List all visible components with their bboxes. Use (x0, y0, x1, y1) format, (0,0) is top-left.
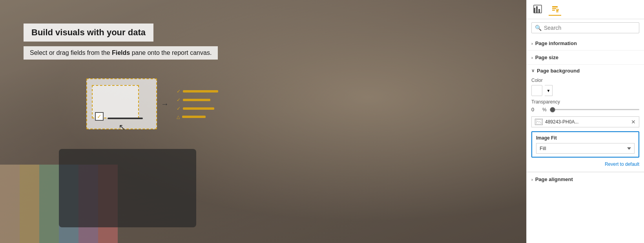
search-icon: 🔍 (535, 25, 542, 31)
subtitle-box: Select or drag fields from the Fields pa… (24, 46, 218, 60)
section-page-alignment-label: Page alignment (535, 176, 573, 182)
tab-visualizations[interactable] (531, 3, 544, 16)
image-fit-section: Image Fit Fill Fit Actual Size Tile (531, 131, 639, 158)
image-filename: 489243-PH0A... (545, 119, 629, 125)
canvas-content: Build visuals with your data Select or d… (24, 24, 218, 60)
illus-bar-1 (183, 90, 218, 92)
color-dropdown-button[interactable]: ▼ (545, 85, 553, 96)
illus-left-card: ✓ ↖ (86, 78, 157, 129)
illus-bar-4 (182, 116, 206, 118)
cursor-icon: ↖ (119, 122, 126, 132)
illus-right-list: ✓ ✓ ✓ △ (173, 78, 224, 129)
color-swatch[interactable] (531, 85, 542, 96)
section-page-information[interactable]: › Page information (527, 36, 644, 51)
revert-link[interactable]: Revert to default (531, 161, 639, 167)
tab-format[interactable] (549, 3, 561, 16)
slider-thumb[interactable] (550, 107, 555, 112)
illus-row-2: ✓ (177, 97, 220, 103)
section-page-information-label: Page information (535, 40, 577, 46)
image-fit-select[interactable]: Fill Fit Actual Size Tile (536, 143, 635, 154)
search-input[interactable] (544, 25, 636, 31)
svg-rect-2 (538, 9, 540, 13)
subtitle-text: Select or drag fields from the Fields pa… (30, 49, 212, 56)
color-picker-row: ▼ (531, 85, 639, 96)
transparency-slider[interactable] (550, 109, 639, 110)
headline-box: Build visuals with your data (24, 24, 153, 42)
illus-row-3: ✓ (177, 106, 220, 111)
chevron-right-icon: › (531, 41, 533, 46)
illustration: ✓ ↖ → ✓ ✓ ✓ △ (86, 78, 224, 129)
svg-rect-1 (536, 6, 538, 13)
color-label: Color (531, 78, 639, 83)
image-file-icon (535, 119, 543, 125)
chevron-down-icon: ∨ (531, 68, 535, 73)
illus-bar-3 (183, 107, 214, 110)
calculator-shape (59, 149, 196, 227)
transparency-value: 0 (531, 107, 539, 112)
section-page-alignment[interactable]: › Page alignment (527, 172, 644, 186)
chevron-right-icon-2: › (531, 55, 533, 60)
canvas-area: Build visuals with your data Select or d… (0, 0, 526, 243)
illus-checkbox: ✓ (95, 112, 104, 121)
arrow-icon: → (161, 78, 169, 129)
illus-row-1: ✓ (177, 89, 220, 94)
section-page-background-label: Page background (537, 68, 580, 74)
image-fit-label: Image Fit (536, 135, 635, 141)
transparency-label: Transparency (531, 99, 639, 105)
image-file-row: 489243-PH0A... ✕ (531, 116, 639, 127)
right-panel: 🔍 › Page information › Page size ∨ Page … (526, 0, 644, 243)
transparency-row: 0 % (531, 107, 639, 112)
section-page-background: ∨ Page background Color ▼ Transparency 0… (527, 65, 644, 172)
percent-label: % (542, 107, 547, 112)
panel-tabs (527, 0, 644, 19)
section-page-size[interactable]: › Page size (527, 51, 644, 65)
illus-bar-2 (183, 99, 210, 101)
section-page-size-label: Page size (535, 54, 558, 60)
chevron-right-icon-3: › (531, 177, 533, 182)
search-bar[interactable]: 🔍 (531, 22, 639, 33)
illus-row-4: △ (177, 114, 220, 120)
headline-text: Build visuals with your data (31, 27, 146, 37)
illus-line (108, 118, 143, 119)
image-remove-button[interactable]: ✕ (631, 119, 636, 125)
